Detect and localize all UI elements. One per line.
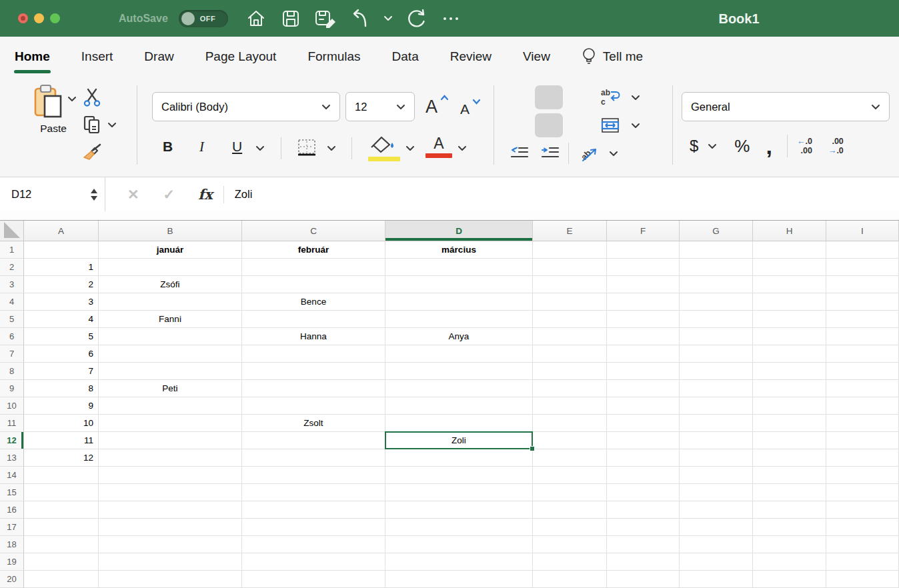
cell-D14[interactable] — [385, 467, 533, 484]
cell-B9[interactable]: Peti — [99, 380, 242, 397]
cell-G16[interactable] — [680, 501, 753, 519]
tab-draw[interactable]: Draw — [144, 37, 173, 76]
align-bottom-button[interactable] — [566, 85, 594, 109]
cell-B11[interactable] — [99, 415, 242, 432]
cell-B8[interactable] — [99, 363, 242, 380]
cell-C16[interactable] — [242, 501, 385, 519]
cell-H1[interactable] — [753, 241, 826, 259]
cell-F6[interactable] — [607, 328, 680, 345]
cell-A12[interactable]: 11 — [24, 432, 99, 449]
cell-E9[interactable] — [533, 380, 607, 397]
cell-B5[interactable]: Fanni — [99, 311, 242, 328]
cell-F19[interactable] — [607, 553, 680, 571]
cell-G12[interactable] — [680, 432, 753, 449]
cell-E4[interactable] — [533, 293, 607, 311]
more-icon[interactable] — [437, 5, 464, 32]
cell-E7[interactable] — [533, 345, 607, 363]
cell-D13[interactable] — [385, 449, 533, 467]
underline-button[interactable]: U — [232, 139, 242, 155]
save-icon[interactable] — [277, 5, 304, 32]
cell-D5[interactable] — [385, 311, 533, 328]
cell-A6[interactable]: 5 — [24, 328, 99, 345]
cell-H17[interactable] — [753, 519, 826, 536]
cell-D9[interactable] — [385, 380, 533, 397]
cell-B12[interactable] — [99, 432, 242, 449]
cell-E2[interactable] — [533, 259, 607, 276]
undo-dropdown-chevron[interactable] — [381, 5, 395, 32]
col-header-C[interactable]: C — [242, 221, 385, 241]
cell-E18[interactable] — [533, 536, 607, 553]
font-color-dropdown-chevron[interactable] — [458, 145, 467, 151]
cell-I10[interactable] — [826, 397, 899, 415]
cell-D6[interactable]: Anya — [385, 328, 533, 345]
cell-C3[interactable] — [242, 276, 385, 293]
col-header-F[interactable]: F — [607, 221, 680, 241]
cell-C20[interactable] — [242, 571, 385, 588]
insert-function-icon[interactable]: fx — [198, 186, 213, 203]
cell-E3[interactable] — [533, 276, 607, 293]
cell-A10[interactable]: 9 — [24, 397, 99, 415]
cell-E10[interactable] — [533, 397, 607, 415]
cell-F3[interactable] — [607, 276, 680, 293]
cell-A17[interactable] — [24, 519, 99, 536]
cell-C19[interactable] — [242, 553, 385, 571]
col-header-I[interactable]: I — [826, 221, 899, 241]
increase-indent-button[interactable] — [538, 141, 563, 165]
cell-D19[interactable] — [385, 553, 533, 571]
col-header-B[interactable]: B — [99, 221, 242, 241]
cell-I6[interactable] — [826, 328, 899, 345]
cell-A2[interactable]: 1 — [24, 259, 99, 276]
copy-dropdown-chevron[interactable] — [107, 122, 117, 128]
tab-insert[interactable]: Insert — [81, 37, 113, 76]
cell-F7[interactable] — [607, 345, 680, 363]
enter-icon[interactable]: ✓ — [163, 187, 175, 203]
cell-F16[interactable] — [607, 501, 680, 519]
cell-E13[interactable] — [533, 449, 607, 467]
cell-B7[interactable] — [99, 345, 242, 363]
name-box[interactable]: D12 — [0, 177, 105, 211]
font-family-select[interactable]: Calibri (Body) — [152, 92, 340, 121]
tab-tell-me[interactable]: Tell me — [582, 37, 643, 76]
increase-font-size-button[interactable]: A — [425, 95, 449, 117]
cell-C13[interactable] — [242, 449, 385, 467]
row-header-7[interactable]: 7 — [0, 345, 24, 363]
row-header-11[interactable]: 11 — [0, 415, 24, 432]
row-header-17[interactable]: 17 — [0, 519, 24, 536]
cell-I1[interactable] — [826, 241, 899, 259]
cell-C6[interactable]: Hanna — [242, 328, 385, 345]
cell-G15[interactable] — [680, 484, 753, 501]
cell-F17[interactable] — [607, 519, 680, 536]
cell-E12[interactable] — [533, 432, 607, 449]
fill-handle[interactable] — [530, 446, 535, 451]
cell-F20[interactable] — [607, 571, 680, 588]
cell-B1[interactable]: január — [99, 241, 242, 259]
cell-B19[interactable] — [99, 553, 242, 571]
underline-dropdown-chevron[interactable] — [255, 145, 265, 151]
cell-C5[interactable] — [242, 311, 385, 328]
cell-C18[interactable] — [242, 536, 385, 553]
cell-G2[interactable] — [680, 259, 753, 276]
cell-H15[interactable] — [753, 484, 826, 501]
cell-H9[interactable] — [753, 380, 826, 397]
tab-review[interactable]: Review — [450, 37, 492, 76]
fullscreen-button[interactable] — [50, 13, 60, 23]
copy-button[interactable] — [81, 114, 117, 135]
cell-F8[interactable] — [607, 363, 680, 380]
cell-B13[interactable] — [99, 449, 242, 467]
cell-B15[interactable] — [99, 484, 242, 501]
cell-I20[interactable] — [826, 571, 899, 588]
cell-B6[interactable] — [99, 328, 242, 345]
cell-F10[interactable] — [607, 397, 680, 415]
redo-icon[interactable] — [403, 5, 429, 32]
increase-decimal-button[interactable]: .00 →.0 — [828, 137, 844, 156]
stepper-down-icon[interactable] — [91, 196, 97, 201]
cell-E15[interactable] — [533, 484, 607, 501]
fill-color-button[interactable] — [368, 136, 400, 161]
cell-H7[interactable] — [753, 345, 826, 363]
cell-I16[interactable] — [826, 501, 899, 519]
cell-A16[interactable] — [24, 501, 99, 519]
cell-C1[interactable]: február — [242, 241, 385, 259]
cell-C11[interactable]: Zsolt — [242, 415, 385, 432]
row-header-19[interactable]: 19 — [0, 553, 24, 571]
currency-dropdown-chevron[interactable] — [708, 143, 717, 149]
